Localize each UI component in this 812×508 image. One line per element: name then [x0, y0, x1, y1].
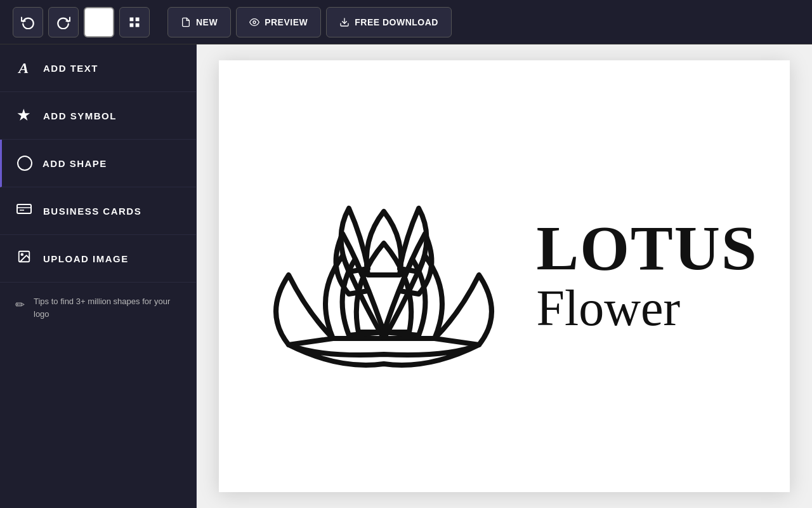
redo-button[interactable]: [48, 7, 79, 37]
symbol-icon: ★: [15, 107, 33, 124]
main-area: A ADD TEXT ★ ADD SYMBOL ADD SHAPE BUSINE…: [0, 44, 812, 508]
undo-button[interactable]: [13, 7, 43, 37]
svg-rect-1: [136, 17, 140, 21]
svg-rect-6: [17, 204, 31, 213]
sidebar-label-business-cards: BUSINESS CARDS: [43, 206, 141, 217]
logo-title: LOTUS: [536, 217, 757, 280]
upload-icon: [15, 250, 33, 267]
sidebar-label-add-shape: ADD SHAPE: [43, 158, 107, 169]
sidebar-label-upload-image: UPLOAD IMAGE: [43, 253, 129, 264]
grid-button[interactable]: [119, 7, 150, 37]
color-swatch[interactable]: [84, 7, 114, 37]
canvas-board: LOTUS Flower: [219, 60, 790, 492]
svg-point-4: [253, 21, 256, 23]
sidebar-item-add-symbol[interactable]: ★ ADD SYMBOL: [0, 92, 196, 140]
sidebar-item-add-shape[interactable]: ADD SHAPE: [0, 140, 196, 187]
tips-text: Tips to find 3+ million shapes for your …: [34, 295, 181, 320]
tips-icon: ✏: [15, 297, 25, 314]
logo-image: [251, 167, 517, 385]
sidebar-label-add-symbol: ADD SYMBOL: [43, 110, 117, 121]
logo-subtitle: Flower: [536, 280, 680, 336]
sidebar-item-business-cards[interactable]: BUSINESS CARDS: [0, 187, 196, 235]
new-label: NEW: [196, 17, 218, 27]
preview-button[interactable]: PREVIEW: [236, 7, 321, 37]
svg-rect-0: [130, 17, 134, 21]
new-button[interactable]: NEW: [167, 7, 231, 37]
canvas-content: LOTUS Flower: [219, 60, 790, 492]
download-button[interactable]: FREE DOWNLOAD: [326, 7, 452, 37]
business-cards-icon: [15, 202, 33, 220]
svg-rect-3: [136, 23, 140, 27]
svg-point-10: [21, 253, 23, 255]
sidebar-item-upload-image[interactable]: UPLOAD IMAGE: [0, 235, 196, 283]
sidebar: A ADD TEXT ★ ADD SYMBOL ADD SHAPE BUSINE…: [0, 44, 197, 508]
shape-icon: [17, 156, 32, 171]
text-icon: A: [15, 60, 33, 77]
svg-rect-2: [130, 23, 134, 27]
canvas-area[interactable]: LOTUS Flower: [197, 44, 812, 508]
download-label: FREE DOWNLOAD: [355, 17, 438, 27]
preview-label: PREVIEW: [265, 17, 308, 27]
toolbar: NEW PREVIEW FREE DOWNLOAD: [0, 0, 812, 44]
sidebar-label-add-text: ADD TEXT: [43, 63, 98, 74]
sidebar-tips[interactable]: ✏ Tips to find 3+ million shapes for you…: [0, 283, 196, 333]
sidebar-item-add-text[interactable]: A ADD TEXT: [0, 44, 196, 92]
logo-text: LOTUS Flower: [536, 217, 757, 336]
